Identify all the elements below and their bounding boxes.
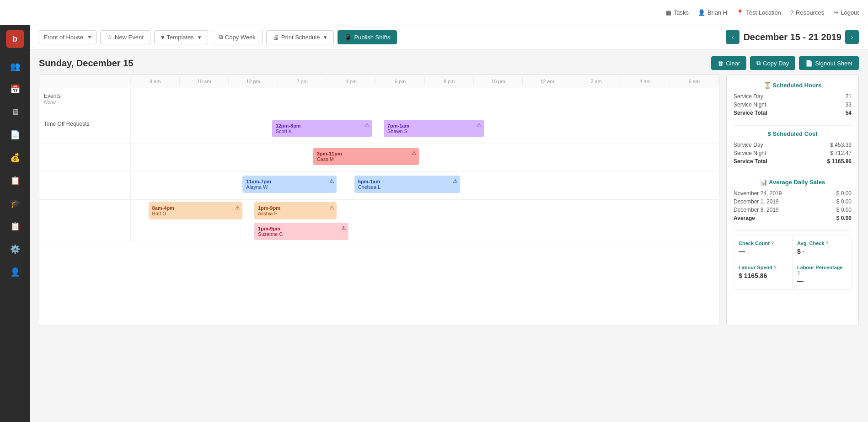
labour-pct-cell: Labour Percentage ? — — [793, 260, 851, 290]
check-count-value: — — [739, 248, 788, 255]
date-navigation: ‹ December 15 - 21 2019 › — [726, 30, 859, 44]
warning-icon: ⚠ — [364, 122, 370, 128]
time-off-row: Time Off Requests 12pm-8pm Scott K ⚠ 7pm… — [39, 116, 719, 144]
time-slot-6pm: 6 pm — [376, 77, 425, 85]
hours-service-night: Service Night 33 — [734, 101, 852, 108]
print-schedule-button[interactable]: 🖨 Print Schedule — [266, 30, 334, 44]
tasks-nav[interactable]: ▦ Tasks — [666, 9, 689, 16]
labour-spend-cell: Labour Spend ? $ 1165.86 — [734, 260, 793, 290]
avg-daily-sales-title: 📊 Average Daily Sales — [734, 179, 852, 186]
time-slots-header: 8 am 10 am 12 pm 2 pm 4 pm 6 pm 8 pm 10 … — [131, 77, 719, 85]
labour-spend-value: $ 1165.86 — [739, 272, 788, 279]
location-label: Test Location — [746, 9, 781, 16]
shift-alayna-w[interactable]: 11am-7pm Alayna W ⚠ — [242, 176, 337, 193]
shift-scott-k[interactable]: 12pm-8pm Scott K ⚠ — [272, 120, 372, 137]
logout-label: Logout — [841, 9, 859, 16]
scheduled-hours-title: ⏳ Scheduled Hours — [734, 82, 852, 89]
schedule-container: 8 am 10 am 12 pm 2 pm 4 pm 6 pm 8 pm 10 … — [30, 75, 868, 335]
day-actions: 🗑 Clear ⧉ Copy Day 📄 Signout Sheet — [711, 56, 859, 70]
sidebar-item-settings[interactable]: ⚙️ — [6, 240, 24, 258]
britt-row: 8am-4pm Britt G ⚠ 1pm-9pm Alishia F ⚠ 1p… — [39, 200, 719, 241]
phone-icon: 📱 — [344, 34, 352, 41]
cass-label — [39, 144, 131, 171]
shift-shawn-s[interactable]: 7pm-1am Shawn S ⚠ — [384, 120, 484, 137]
copy-week-button[interactable]: ⧉ Copy Week — [212, 30, 263, 44]
copy-day-button[interactable]: ⧉ Copy Day — [750, 56, 795, 70]
events-row: Events None — [39, 88, 719, 116]
events-content[interactable] — [131, 88, 719, 116]
shift-cass-m[interactable]: 3pm-11pm Cass M ⚠ — [313, 148, 419, 165]
day-title: Sunday, December 15 — [39, 58, 133, 69]
sidebar-item-list[interactable]: 📋 — [6, 217, 24, 235]
new-event-button[interactable]: ☆ New Event — [100, 30, 150, 44]
clear-button[interactable]: 🗑 Clear — [711, 56, 746, 70]
sidebar-item-graduation[interactable]: 🎓 — [6, 194, 24, 213]
cass-content[interactable]: 3pm-11pm Cass M ⚠ — [131, 144, 719, 171]
app-logo[interactable]: b — [6, 30, 24, 48]
publish-shifts-button[interactable]: 📱 Publish Shifts — [338, 30, 397, 44]
sheet-icon: 📄 — [805, 60, 813, 67]
resources-nav[interactable]: ? Resources — [790, 9, 824, 16]
time-slot-10am: 10 am — [180, 77, 229, 85]
britt-content[interactable]: 8am-4pm Britt G ⚠ 1pm-9pm Alishia F ⚠ 1p… — [131, 200, 719, 241]
sidebar-item-user[interactable]: 👤 — [6, 263, 24, 281]
heart-icon: ♥ — [161, 34, 165, 41]
shift-britt-g[interactable]: 8am-4pm Britt G ⚠ — [149, 202, 243, 219]
avg-daily-sales-section: 📊 Average Daily Sales November 24, 2019 … — [734, 179, 852, 221]
cost-service-night: Service Night $ 712.47 — [734, 150, 852, 156]
avg-check-cell: Avg. Check ? $ - — [793, 236, 851, 260]
sidebar-item-document[interactable]: 📄 — [6, 126, 24, 144]
sidebar-item-money[interactable]: 💰 — [6, 149, 24, 167]
front-of-house-select[interactable]: Front of House — [39, 30, 96, 44]
sidebar: b 👥 📅 🖥 📄 💰 📋 🎓 📋 ⚙️ 👤 — [0, 25, 30, 422]
next-week-button[interactable]: › — [845, 30, 859, 44]
sales-average: Average $ 0.00 — [734, 215, 852, 221]
hours-service-total: Service Total 54 — [734, 110, 852, 116]
sidebar-item-clipboard[interactable]: 📋 — [6, 171, 24, 190]
sidebar-item-calendar[interactable]: 📅 — [6, 80, 24, 98]
toolbar: Front of House ☆ New Event ♥ Templates ⧉… — [30, 25, 868, 49]
trash-icon: 🗑 — [718, 60, 723, 67]
time-slot-12am: 12 am — [523, 77, 572, 85]
templates-button[interactable]: ♥ Templates — [154, 30, 208, 44]
time-header: 8 am 10 am 12 pm 2 pm 4 pm 6 pm 8 pm 10 … — [39, 75, 719, 88]
time-slot-2am: 2 am — [572, 77, 621, 85]
labour-spend-label: Labour Spend ? — [739, 265, 788, 270]
shift-chelsea-l[interactable]: 5pm-1am Chelsea L ⚠ — [354, 176, 460, 193]
location-nav[interactable]: 📍 Test Location — [736, 9, 781, 16]
alayna-content[interactable]: 11am-7pm Alayna W ⚠ 5pm-1am Chelsea L ⚠ — [131, 172, 719, 199]
prev-week-button[interactable]: ‹ — [726, 30, 739, 44]
time-slot-4am: 4 am — [621, 77, 670, 85]
avg-check-value: $ - — [797, 248, 847, 255]
labour-pct-label: Labour Percentage ? — [797, 265, 847, 276]
logout-icon: ↪ — [833, 9, 838, 16]
schedule-grid: 8 am 10 am 12 pm 2 pm 4 pm 6 pm 8 pm 10 … — [39, 75, 719, 326]
cass-row: 3pm-11pm Cass M ⚠ — [39, 144, 719, 172]
shift-suzanne-c[interactable]: 1pm-9pm Suzanne C ⚠ — [254, 223, 348, 240]
tasks-icon: ▦ — [666, 9, 671, 16]
print-icon: 🖨 — [273, 34, 279, 41]
shift-alishia-f[interactable]: 1pm-9pm Alishia F ⚠ — [254, 202, 337, 219]
date-range: December 15 - 21 2019 — [743, 32, 841, 43]
scheduled-cost-section: $ Scheduled Cost Service Day $ 453.39 Se… — [734, 130, 852, 165]
resources-label: Resources — [796, 9, 824, 16]
labour-pct-value: — — [797, 278, 847, 285]
sidebar-item-monitor[interactable]: 🖥 — [6, 103, 24, 121]
time-slot-4pm: 4 pm — [327, 77, 376, 85]
tasks-label: Tasks — [674, 9, 689, 16]
warning-icon-7: ⚠ — [329, 204, 334, 211]
main-content: Front of House ☆ New Event ♥ Templates ⧉… — [30, 25, 868, 422]
time-off-content[interactable]: 12pm-8pm Scott K ⚠ 7pm-1am Shawn S ⚠ — [131, 116, 719, 144]
signout-sheet-button[interactable]: 📄 Signout Sheet — [799, 56, 859, 70]
warning-icon-4: ⚠ — [329, 178, 334, 184]
time-slot-2pm: 2 pm — [278, 77, 327, 85]
sidebar-item-people[interactable]: 👥 — [6, 57, 24, 75]
row-label-header — [39, 77, 131, 85]
cost-service-total: Service Total $ 1165.86 — [734, 158, 852, 165]
avg-check-label: Avg. Check ? — [797, 240, 847, 246]
location-icon: 📍 — [736, 9, 744, 16]
cost-service-day: Service Day $ 453.39 — [734, 142, 852, 148]
logout-nav[interactable]: ↪ Logout — [833, 9, 859, 16]
star-icon: ☆ — [107, 34, 113, 41]
user-nav[interactable]: 👤 Brian H — [698, 9, 727, 16]
